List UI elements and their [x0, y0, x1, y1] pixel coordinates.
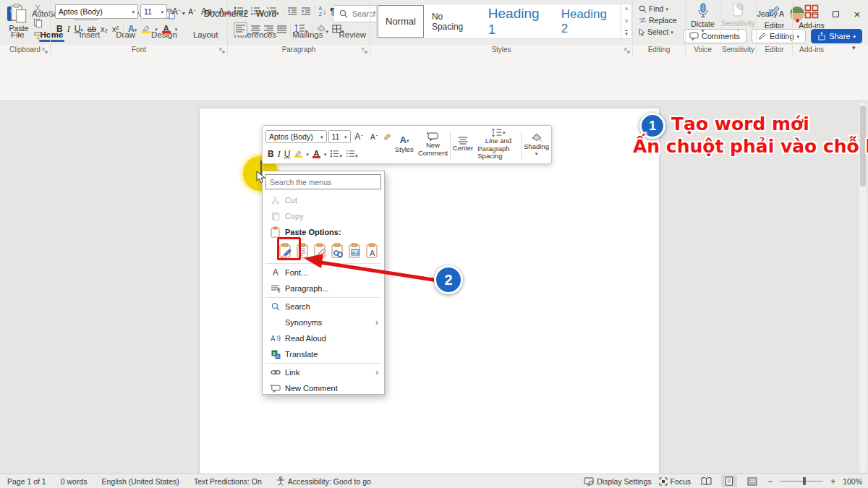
- page-indicator[interactable]: Page 1 of 1: [7, 477, 46, 486]
- font-size-combo[interactable]: 11 ▾: [140, 4, 167, 19]
- close-button[interactable]: ×: [846, 0, 868, 27]
- underline-button[interactable]: U: [284, 149, 291, 159]
- menu-item-copy[interactable]: Copy: [263, 208, 384, 224]
- italic-button[interactable]: I: [278, 149, 281, 160]
- grow-font-button[interactable]: Aˆ: [352, 130, 366, 144]
- ribbon: Paste ▾ Clipboard Aptos (Body) ▾ 11 ▾ Aˆ…: [0, 45, 868, 101]
- change-case-button[interactable]: Aa▾: [201, 5, 215, 19]
- menu-item-cut[interactable]: Cut: [263, 192, 384, 208]
- styles-gallery-button[interactable]: A▾ Styles: [393, 126, 416, 163]
- zoom-level[interactable]: 100%: [843, 477, 862, 486]
- dialog-launcher-icon[interactable]: [219, 48, 225, 53]
- annotation-arrow: [293, 249, 459, 293]
- style-heading2[interactable]: Heading 2: [554, 5, 621, 38]
- italic-button[interactable]: I: [67, 24, 70, 35]
- shading-button[interactable]: ▾: [316, 25, 329, 35]
- focus-button[interactable]: Focus: [659, 477, 692, 486]
- zoom-in-button[interactable]: +: [830, 476, 835, 487]
- print-layout-button[interactable]: [721, 475, 737, 487]
- language-indicator[interactable]: English (United States): [101, 477, 179, 486]
- line-spacing-button[interactable]: ▾: [294, 25, 308, 35]
- read-mode-button[interactable]: [698, 475, 714, 487]
- dialog-launcher-icon[interactable]: [42, 48, 48, 53]
- select-button[interactable]: Select▾: [639, 27, 677, 36]
- menu-search-box[interactable]: [265, 174, 381, 189]
- styles-more-icon[interactable]: ▾: [625, 30, 628, 37]
- font-color-button[interactable]: A: [162, 25, 171, 33]
- bold-button[interactable]: B: [56, 24, 63, 34]
- font-name-combo[interactable]: Aptos (Body) ▾: [55, 4, 138, 19]
- center-button[interactable]: Center: [451, 126, 476, 163]
- display-settings-button[interactable]: Display Settings: [584, 477, 651, 486]
- numbering-button[interactable]: ▾: [250, 7, 263, 17]
- display-settings-label: Display Settings: [597, 477, 651, 486]
- bullets-button[interactable]: ▾: [234, 7, 247, 17]
- increase-indent-icon[interactable]: [301, 7, 311, 16]
- shrink-font-button[interactable]: Aˇ: [367, 130, 381, 144]
- show-hide-marks-button[interactable]: ¶: [330, 7, 334, 17]
- borders-button[interactable]: ▾: [332, 25, 344, 35]
- underline-button[interactable]: U▾: [75, 24, 83, 34]
- menu-item-translate[interactable]: aA Translate: [263, 346, 384, 362]
- accessibility-status[interactable]: Accessibility: Good to go: [276, 476, 371, 486]
- shading-button[interactable]: Shading ▾: [522, 126, 551, 163]
- multilevel-list-button[interactable]: ▾: [266, 7, 279, 17]
- editor-button[interactable]: Editor: [757, 4, 792, 30]
- dialog-launcher-icon[interactable]: [362, 48, 367, 53]
- style-heading1[interactable]: Heading 1: [481, 5, 554, 38]
- highlight-button[interactable]: [294, 150, 302, 158]
- format-painter-icon[interactable]: [33, 32, 43, 41]
- highlight-button[interactable]: [141, 25, 150, 33]
- menu-item-read-aloud[interactable]: A Read Aloud: [263, 330, 384, 346]
- align-right-button[interactable]: [264, 25, 273, 33]
- web-layout-button[interactable]: [744, 475, 760, 487]
- sort-button[interactable]: AZ↓: [319, 6, 327, 17]
- styles-scroll-down-icon[interactable]: ∨: [624, 18, 628, 24]
- vertical-scrollbar[interactable]: [859, 103, 867, 472]
- chevron-down-icon: ▾: [132, 9, 135, 14]
- styles-scroll-up-icon[interactable]: ∧: [624, 6, 628, 12]
- subscript-button[interactable]: x₂: [101, 25, 108, 33]
- collapse-ribbon-icon[interactable]: ▾: [852, 45, 856, 51]
- sensitivity-button[interactable]: Sensitivity ▾: [720, 3, 756, 33]
- decrease-indent-icon[interactable]: [287, 7, 297, 16]
- bullets-button[interactable]: ▾: [330, 150, 342, 159]
- style-normal[interactable]: Normal: [378, 5, 424, 38]
- superscript-button[interactable]: x²: [112, 25, 119, 33]
- find-button[interactable]: Find▾: [639, 4, 677, 13]
- line-spacing-button[interactable]: ▾ Line and Paragraph Spacing: [475, 126, 521, 163]
- new-comment-button[interactable]: New Comment: [416, 126, 450, 163]
- strikethrough-button[interactable]: ab: [88, 25, 96, 33]
- dictate-button[interactable]: Dictate ▾: [686, 3, 720, 33]
- menu-item-search[interactable]: Search: [263, 299, 384, 314]
- menu-item-synonyms[interactable]: Synonyms ›: [263, 314, 384, 330]
- addins-button[interactable]: Add-ins: [793, 4, 830, 30]
- zoom-out-button[interactable]: −: [767, 476, 773, 487]
- font-name-value: Aptos (Body): [269, 132, 313, 141]
- menu-item-new-comment[interactable]: New Comment: [263, 380, 384, 396]
- numbering-button[interactable]: ▾: [346, 150, 358, 159]
- bold-button[interactable]: B: [268, 149, 274, 159]
- text-predictions[interactable]: Text Predictions: On: [194, 477, 262, 486]
- format-painter-icon[interactable]: [383, 132, 391, 142]
- font-size-combo[interactable]: 11▾: [328, 130, 351, 143]
- menu-item-link[interactable]: Link ›: [263, 364, 384, 380]
- align-center-button[interactable]: [251, 25, 260, 33]
- grow-font-button[interactable]: Aˆ: [169, 5, 183, 19]
- align-left-button[interactable]: [234, 22, 247, 36]
- text-effects-button[interactable]: A▾: [128, 24, 137, 34]
- word-count[interactable]: 0 words: [61, 477, 88, 486]
- replace-button[interactable]: Replace: [639, 16, 677, 25]
- cut-icon[interactable]: [33, 4, 43, 14]
- paste-button[interactable]: Paste ▾: [6, 4, 32, 38]
- dialog-launcher-icon[interactable]: [624, 48, 630, 53]
- copy-icon[interactable]: [33, 18, 43, 27]
- shrink-font-button[interactable]: Aˇ: [185, 5, 199, 19]
- menu-search-input[interactable]: [270, 178, 378, 187]
- zoom-slider[interactable]: [780, 481, 823, 481]
- font-color-button[interactable]: A: [312, 150, 320, 158]
- zoom-slider-thumb[interactable]: [803, 477, 806, 485]
- style-no-spacing[interactable]: No Spacing: [425, 5, 481, 38]
- font-name-combo[interactable]: Aptos (Body)▾: [265, 130, 327, 143]
- justify-button[interactable]: [277, 25, 286, 33]
